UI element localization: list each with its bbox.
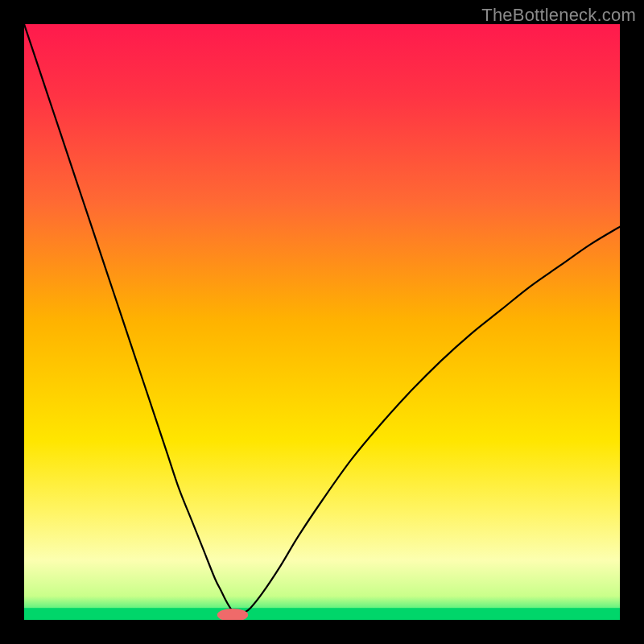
plot-area xyxy=(24,24,620,620)
gradient-background xyxy=(24,24,620,620)
bottleneck-chart-svg xyxy=(24,24,620,620)
watermark-text: TheBottleneck.com xyxy=(481,5,636,26)
chart-frame: TheBottleneck.com xyxy=(0,0,644,644)
green-baseline-strip xyxy=(24,608,620,620)
